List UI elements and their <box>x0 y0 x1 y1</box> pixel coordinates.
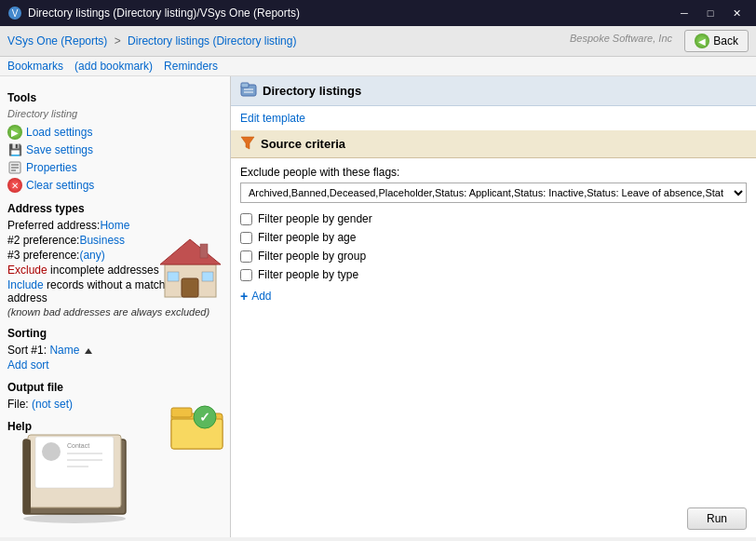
flags-select[interactable]: Archived,Banned,Deceased,Placeholder,Sta… <box>240 183 747 203</box>
add-plus-icon: + <box>240 289 248 304</box>
flags-select-row: Archived,Banned,Deceased,Placeholder,Sta… <box>240 183 747 203</box>
exclude-flags-label: Exclude people with these flags: <box>240 166 747 179</box>
breadcrumb-vsys[interactable]: VSys One (Reports) <box>7 34 107 47</box>
breadcrumb-separator: > <box>115 34 121 47</box>
third-value[interactable]: (any) <box>79 249 104 262</box>
filter-group-checkbox[interactable] <box>240 250 252 263</box>
filter-group-label: Filter people by group <box>258 250 366 263</box>
filter-gender-row: Filter people by gender <box>240 212 747 225</box>
filter-group-row: Filter people by group <box>240 250 747 263</box>
properties-link[interactable]: Properties <box>26 161 77 174</box>
app-icon: V <box>7 6 22 20</box>
add-sort-link[interactable]: Add sort <box>7 358 49 372</box>
svg-rect-23 <box>171 408 192 417</box>
filter-age-label: Filter people by age <box>258 231 356 244</box>
clear-settings-row: ✕ Clear settings <box>7 178 223 193</box>
filter-type-label: Filter people by type <box>258 268 358 281</box>
run-btn-container: Run <box>687 507 747 530</box>
second-label: #2 preference: <box>7 234 79 247</box>
bespoke-logo: Bespoke Software, Inc <box>570 33 672 44</box>
third-label: #3 preference: <box>7 249 79 262</box>
svg-rect-28 <box>241 83 249 88</box>
svg-text:Contact: Contact <box>67 442 89 449</box>
edit-template-container: Edit template <box>231 106 756 130</box>
house-illustration <box>155 235 225 300</box>
svg-marker-31 <box>241 137 254 149</box>
filter-icon <box>240 135 255 153</box>
address-types-title: Address types <box>7 202 223 215</box>
title-bar: V Directory listings (Directory listing)… <box>0 0 756 26</box>
source-criteria-title: Source criteria <box>261 137 345 151</box>
back-icon: ◀ <box>695 34 709 48</box>
folder-illustration: ✓ <box>169 402 230 453</box>
svg-marker-17 <box>160 239 221 264</box>
sort-name-link[interactable]: Name <box>49 344 79 357</box>
back-label: Back <box>713 34 738 47</box>
back-button[interactable]: ◀ Back <box>684 30 749 52</box>
properties-row: Properties <box>7 160 223 175</box>
filter-gender-label: Filter people by gender <box>258 212 372 225</box>
left-panel: Tools Directory listing ▶ Load settings … <box>0 76 231 537</box>
clear-icon: ✕ <box>7 178 22 193</box>
save-settings-row: 💾 Save settings <box>7 142 223 157</box>
minimize-button[interactable]: ─ <box>672 4 696 22</box>
edit-template-link[interactable]: Edit template <box>240 112 305 125</box>
sorting-title: Sorting <box>7 327 223 340</box>
main-content: Tools Directory listing ▶ Load settings … <box>0 76 756 537</box>
preferred-value[interactable]: Home <box>100 219 129 232</box>
breadcrumb: VSys One (Reports) > Directory listings … <box>7 34 296 47</box>
filter-type-row: Filter people by type <box>240 268 747 281</box>
filter-age-checkbox[interactable] <box>240 232 252 244</box>
file-value[interactable]: (not set) <box>32 398 73 411</box>
svg-rect-19 <box>168 272 179 281</box>
tools-subtitle: Directory listing <box>7 108 223 119</box>
title-bar-controls: ─ □ ✕ <box>672 4 749 22</box>
svg-point-15 <box>23 514 126 523</box>
breadcrumb-directory[interactable]: Directory listings (Directory listing) <box>128 34 296 47</box>
sort1-line: Sort #1: Name <box>7 344 223 357</box>
svg-rect-20 <box>202 272 213 281</box>
reminders-link[interactable]: Reminders <box>164 60 218 73</box>
svg-point-9 <box>42 442 61 461</box>
svg-rect-14 <box>23 440 31 514</box>
directory-icon <box>240 81 257 101</box>
save-settings-link[interactable]: Save settings <box>26 143 93 156</box>
preferred-address-line: Preferred address:Home <box>7 219 223 232</box>
maximize-button[interactable]: □ <box>698 4 722 22</box>
svg-text:V: V <box>12 8 19 19</box>
svg-text:✓: ✓ <box>199 410 210 425</box>
contact-book-illustration: Contact <box>9 416 168 523</box>
properties-icon <box>7 160 22 175</box>
save-icon: 💾 <box>7 142 22 157</box>
exclude-link[interactable]: Exclude <box>7 264 47 277</box>
clear-settings-link[interactable]: Clear settings <box>26 179 94 192</box>
known-bad-note: (known bad addresses are always excluded… <box>7 306 223 318</box>
filter-gender-checkbox[interactable] <box>240 213 252 225</box>
right-panel: Directory listings Edit template Source … <box>231 76 756 537</box>
filter-type-checkbox[interactable] <box>240 269 252 281</box>
preferred-label: Preferred address: <box>7 219 100 232</box>
load-icon: ▶ <box>7 125 22 140</box>
title-bar-text: Directory listings (Directory listing)/V… <box>28 7 672 20</box>
nav-bar: VSys One (Reports) > Directory listings … <box>0 26 756 57</box>
add-bookmark-link[interactable]: (add bookmark) <box>74 60 153 73</box>
filter-age-row: Filter people by age <box>240 231 747 244</box>
bookmarks-link[interactable]: Bookmarks <box>7 60 63 73</box>
output-file-title: Output file <box>7 381 223 394</box>
close-button[interactable]: ✕ <box>724 4 749 22</box>
add-row[interactable]: + Add <box>240 289 747 304</box>
toolbar-bar: Bookmarks (add bookmark) Reminders <box>0 57 756 76</box>
directory-listings-header: Directory listings <box>231 76 756 106</box>
source-criteria-header: Source criteria <box>231 130 756 158</box>
source-criteria-body: Exclude people with these flags: Archive… <box>231 158 756 311</box>
include-link[interactable]: Include <box>7 278 44 291</box>
file-label: File: <box>7 398 29 411</box>
run-button[interactable]: Run <box>687 507 747 530</box>
load-settings-link[interactable]: Load settings <box>26 126 92 139</box>
sort-up-arrow-icon <box>85 348 92 354</box>
sort1-label: Sort #1: <box>7 344 47 357</box>
add-sort-line: Add sort <box>7 358 223 372</box>
exclude-text: incomplete addresses <box>47 264 159 277</box>
add-label: Add <box>251 290 271 303</box>
second-value[interactable]: Business <box>79 234 125 247</box>
